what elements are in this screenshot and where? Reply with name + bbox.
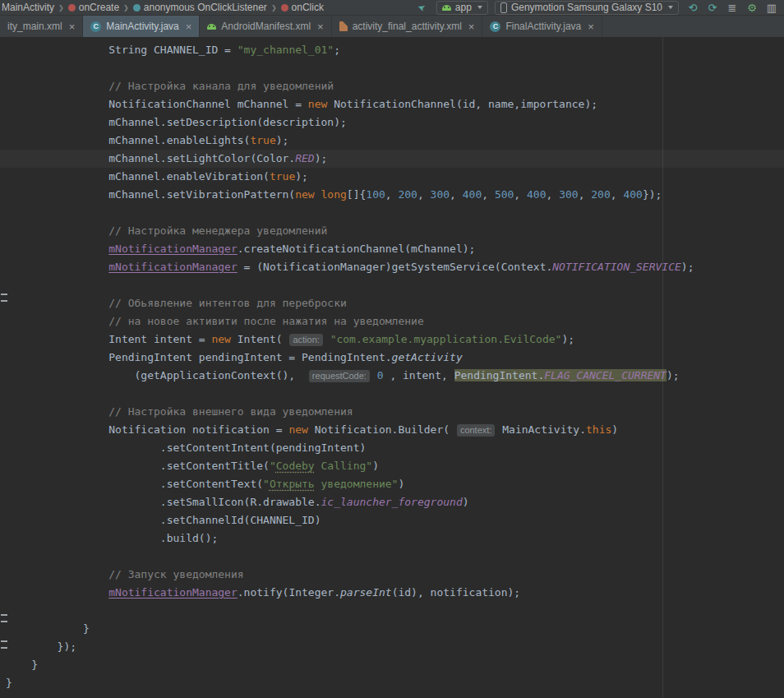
code-token: long <box>321 188 347 201</box>
close-icon[interactable] <box>588 21 594 32</box>
code-token: // Настройка менеджера уведомлений <box>6 224 327 237</box>
tab-ity-main-xml[interactable]: ity_main.xml <box>0 16 83 37</box>
code-line[interactable]: mChannel.setDescription(description); <box>6 113 784 132</box>
editor[interactable]: String CHANNEL_ID = "my_channel_01"; // … <box>0 37 784 697</box>
code-line[interactable]: .setContentText("Открыть уведомление") <box>6 475 784 493</box>
tab-finalacttivity-java[interactable]: FinalActtivity.java <box>482 16 602 37</box>
code-token: Открыть <box>270 478 315 490</box>
code-line[interactable]: mChannel.setLightColor(Color.RED); <box>0 150 784 168</box>
code-line[interactable]: mChannel.enableVibration(true); <box>6 168 784 186</box>
toolbar-actions <box>685 1 779 14</box>
code-token: ); <box>315 152 328 164</box>
code-line[interactable]: // Настройка внешнего вида уведомления <box>6 403 784 421</box>
code-line[interactable]: mChannel.enableLights(true); <box>6 132 784 150</box>
code-token: } <box>6 622 90 635</box>
code-token: 200 <box>398 188 417 201</box>
breadcrumb-separator-icon <box>271 4 277 12</box>
apply-changes-icon[interactable] <box>685 1 700 14</box>
code-line[interactable] <box>6 602 784 620</box>
code-token: NOTIFICATION_SERVICE <box>552 261 681 273</box>
code-token: // Настройка внешнего вида уведомления <box>6 405 353 418</box>
code-token: 400 <box>463 188 482 201</box>
tab-activity-final-acttivity-xml[interactable]: activity_final_acttivity.xml <box>332 16 483 37</box>
code-token: ic_launcher_foreground <box>321 496 463 508</box>
code-line[interactable] <box>6 276 784 294</box>
code-line[interactable]: PendingIntent pendingIntent = PendingInt… <box>6 349 784 367</box>
code-line[interactable] <box>6 59 784 77</box>
code-line[interactable]: mNotificationManager.notify(Integer.pars… <box>6 584 784 602</box>
code-line[interactable]: Notification notification = new Notifica… <box>6 421 784 439</box>
code-token: new <box>295 188 314 201</box>
code-line[interactable]: } <box>6 656 784 674</box>
code-token: Notification notification = <box>6 423 288 436</box>
tab-label: ity_main.xml <box>7 21 62 32</box>
code-line[interactable]: .setContentIntent(pendingIntent) <box>6 439 784 457</box>
tab-label: activity_final_acttivity.xml <box>353 21 462 32</box>
code-token: // на новое активити после нажатия на ув… <box>6 315 424 327</box>
close-icon[interactable] <box>69 21 76 32</box>
breadcrumb-item[interactable]: onCreate <box>68 2 119 13</box>
code-line[interactable]: Intent intent = new Intent( action: "com… <box>6 331 784 349</box>
code-line[interactable]: .setSmallIcon(R.drawable.ic_launcher_for… <box>6 493 784 511</box>
code-token: ; <box>334 44 340 56</box>
code-line[interactable]: // Настройка менеджера уведомлений <box>6 222 784 240</box>
android-icon <box>442 5 451 11</box>
code-line[interactable]: mChannel.setVibrationPattern(new long[]{… <box>6 186 784 204</box>
logcat-icon[interactable] <box>725 1 740 14</box>
code-line[interactable] <box>6 385 784 403</box>
code-token: ); <box>295 170 308 183</box>
code-token: mChannel.enableLights( <box>6 134 250 146</box>
code-token: , <box>417 188 431 201</box>
code-line[interactable]: }); <box>6 638 784 656</box>
close-icon[interactable] <box>317 21 324 32</box>
code-line[interactable]: mNotificationManager = (NotificationMana… <box>6 258 784 276</box>
code-line[interactable]: NotificationChannel mChannel = new Notif… <box>6 95 784 113</box>
code-token: "com.example.myapplication.EvilCode" <box>330 333 562 345</box>
code-token: new <box>211 333 230 345</box>
close-icon[interactable] <box>186 21 192 32</box>
code-line[interactable] <box>6 204 784 222</box>
pointer-icon[interactable] <box>416 1 427 13</box>
code-line[interactable]: } <box>6 620 784 638</box>
code-line[interactable]: .setChannelId(CHANNEL_ID) <box>6 511 784 529</box>
gutter-mark-icon[interactable] <box>1 614 7 622</box>
device-selector[interactable]: Genymotion Samsung Galaxy S10 <box>495 1 679 15</box>
code-lines[interactable]: String CHANNEL_ID = "my_channel_01"; // … <box>0 37 784 697</box>
close-icon[interactable] <box>468 21 475 32</box>
code-token: , intent, <box>384 369 454 381</box>
code-line[interactable]: } <box>6 674 784 692</box>
tab-mainactivity-java[interactable]: MainActivity.java <box>83 16 200 37</box>
code-token: PendingIntent. <box>454 369 545 381</box>
code-token: .build(); <box>6 532 218 544</box>
gutter-mark-icon[interactable] <box>1 640 7 649</box>
code-line[interactable]: .build(); <box>6 529 784 548</box>
code-token: , <box>546 188 560 201</box>
code-line[interactable]: .setContentTitle("Codeby Calling") <box>6 457 784 475</box>
code-token: Calling" <box>315 460 372 472</box>
code-line[interactable]: // Обьявление интентов для переброски <box>6 294 784 312</box>
run-config-selector[interactable]: app <box>436 1 488 15</box>
tab-androidmanifest-xml[interactable]: AndroidManifest.xml <box>200 16 331 37</box>
code-line[interactable]: (getApplicationContext(), requestCode: 0… <box>6 367 784 385</box>
code-line[interactable]: // Настройка канала для уведомлений <box>6 77 784 95</box>
code-token: mNotificationManager <box>108 586 238 599</box>
breadcrumb-item[interactable]: onClick <box>281 2 324 13</box>
class-file-icon <box>490 21 500 32</box>
breadcrumb-item[interactable]: MainActivity <box>2 2 54 13</box>
code-line[interactable] <box>6 548 784 566</box>
code-line[interactable]: // Запуск уведомления <box>6 566 784 584</box>
code-token: 200 <box>591 188 610 201</box>
code-line[interactable]: // на новое активити после нажатия на ув… <box>6 312 784 331</box>
breadcrumb-item[interactable]: anonymous OnClickListener <box>133 2 267 13</box>
gutter-mark-icon[interactable] <box>1 294 7 302</box>
code-token: 400 <box>527 188 546 201</box>
device-explorer-icon[interactable] <box>764 1 779 14</box>
code-line[interactable]: String CHANNEL_ID = "my_channel_01"; <box>6 41 784 59</box>
apply-code-changes-icon[interactable] <box>705 1 720 14</box>
code-token: NotificationChannel mChannel = <box>6 98 308 110</box>
code-line[interactable]: mNotificationManager.createNotificationC… <box>6 240 784 258</box>
code-token: true <box>270 170 295 183</box>
navigation-bar: MainActivityonCreateanonymous OnClickLis… <box>0 0 784 16</box>
gear-icon[interactable] <box>745 1 759 14</box>
code-token: " <box>270 460 276 472</box>
